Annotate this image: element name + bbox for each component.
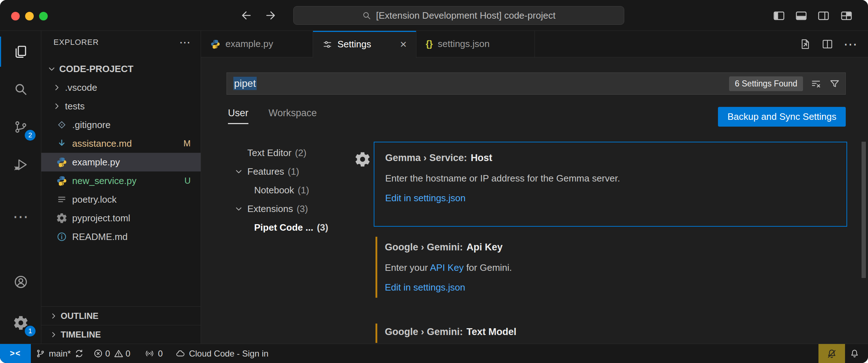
tree-label: assistance.md <box>72 138 132 149</box>
chevron-down-icon <box>234 167 243 176</box>
tree-file-gitignore[interactable]: .gitignore <box>41 116 201 134</box>
python-icon <box>210 39 220 49</box>
setting-google-gemini-text-model[interactable]: Google › Gemini:Text Model <box>374 323 847 344</box>
toc-count: (1) <box>298 185 309 196</box>
tree-label: example.py <box>72 157 120 168</box>
open-settings-json-icon[interactable] <box>799 38 811 50</box>
toc-pipet-code[interactable]: Pipet Code ... (3) <box>201 218 356 237</box>
chevron-right-icon <box>52 83 61 92</box>
remote-indicator[interactable]: >< <box>0 344 31 363</box>
filter-icon[interactable] <box>829 78 840 89</box>
tree-root-code-project[interactable]: CODE-PROJECT <box>41 60 201 78</box>
activity-account[interactable] <box>0 265 41 299</box>
scope-tab-workspace[interactable]: Workspace <box>269 108 317 123</box>
activity-search[interactable] <box>0 72 41 107</box>
clear-filters-icon[interactable] <box>810 78 822 89</box>
activity-run-debug[interactable] <box>0 147 41 182</box>
toc-notebook[interactable]: Notebook (1) <box>201 181 356 199</box>
status-right-group <box>818 344 868 363</box>
git-modified-badge: M <box>183 138 191 148</box>
more-actions-icon[interactable]: ⋯ <box>844 41 857 48</box>
setting-description: Enter your API Key for Gemini. <box>385 262 836 273</box>
toc-text-editor[interactable]: Text Editor (2) <box>201 143 356 162</box>
toggle-secondary-sidebar-button[interactable] <box>815 7 832 24</box>
tree-folder-vscode[interactable]: .vscode <box>41 78 201 97</box>
zoom-window-button[interactable] <box>39 12 48 20</box>
close-icon[interactable]: × <box>400 38 407 51</box>
close-window-button[interactable] <box>11 12 20 20</box>
navigate-back-button[interactable] <box>238 7 255 24</box>
tree-file-readme-md[interactable]: README.md <box>41 227 201 246</box>
tab-label: settings.json <box>438 38 490 50</box>
customize-layout-button[interactable] <box>838 7 855 24</box>
tree-folder-tests[interactable]: tests <box>41 97 201 116</box>
setting-category: Google › Gemini: <box>385 242 463 253</box>
edit-in-settings-json-link[interactable]: Edit in settings.json <box>385 193 836 204</box>
branch-status-item[interactable]: main* <box>31 344 89 363</box>
do-not-disturb-status-item[interactable] <box>818 344 845 363</box>
tree-label: README.md <box>72 231 128 242</box>
problems-status-item[interactable]: 0 0 <box>89 344 135 363</box>
toc-features[interactable]: Features (1) <box>201 162 356 181</box>
status-bar: >< main* 0 0 0 Cloud Code - Sign in <box>0 344 868 363</box>
toc-count: (2) <box>295 147 307 159</box>
search-controls: 6 Settings Found <box>729 76 845 91</box>
split-editor-icon[interactable] <box>821 38 834 50</box>
settings-badge: 1 <box>25 326 36 336</box>
activity-source-control[interactable]: 2 <box>0 110 41 144</box>
error-icon <box>93 349 103 358</box>
layout-customize-icon <box>840 9 853 22</box>
tree-file-pyproject-toml[interactable]: pyproject.toml <box>41 209 201 227</box>
api-key-link[interactable]: API Key <box>430 262 464 273</box>
sidebar-bottom-sections: OUTLINE TIMELINE <box>41 306 201 344</box>
error-count: 0 <box>105 349 110 359</box>
command-center-search[interactable]: [Extension Development Host] code-projec… <box>293 6 624 25</box>
branch-name: main* <box>49 349 71 359</box>
chevron-right-icon <box>49 330 58 339</box>
sync-icon <box>74 349 84 358</box>
toc-extensions[interactable]: Extensions (3) <box>201 199 356 218</box>
tree-file-assistance-md[interactable]: assistance.md M <box>41 134 201 153</box>
setting-actions-gear-icon[interactable] <box>355 151 370 167</box>
settings-search-input[interactable]: pipet 6 Settings Found <box>227 72 846 95</box>
tab-settings-json[interactable]: {} settings.json <box>416 31 535 57</box>
titlebar: [Extension Development Host] code-projec… <box>0 0 868 31</box>
tree-label: pyproject.toml <box>72 213 130 224</box>
tab-example-py[interactable]: example.py <box>201 31 313 57</box>
minimize-window-button[interactable] <box>25 12 34 20</box>
markdown-icon <box>56 138 67 149</box>
tree-label: new_service.py <box>72 175 136 187</box>
explorer-more-actions[interactable]: ⋯ <box>179 36 191 49</box>
ports-status-item[interactable]: 0 <box>140 344 167 363</box>
chevron-right-icon <box>52 102 61 111</box>
toggle-panel-button[interactable] <box>793 7 810 24</box>
tree-label: CODE-PROJECT <box>59 63 134 75</box>
toggle-primary-sidebar-button[interactable] <box>770 7 788 24</box>
tab-settings[interactable]: Settings × <box>313 31 416 58</box>
modified-indicator <box>375 324 377 343</box>
edit-in-settings-json-link[interactable]: Edit in settings.json <box>385 282 836 293</box>
outline-section-header[interactable]: OUTLINE <box>41 306 201 325</box>
activity-more[interactable]: ⋯ <box>0 199 41 234</box>
scope-tab-user[interactable]: User <box>228 108 248 124</box>
run-debug-icon <box>13 157 28 172</box>
ports-count: 0 <box>158 349 163 359</box>
notifications-status-item[interactable] <box>845 344 868 363</box>
tree-label: .vscode <box>65 82 97 93</box>
setting-google-gemini-api-key[interactable]: Google › Gemini:Api Key Enter your API K… <box>374 236 847 298</box>
tree-file-poetry-lock[interactable]: poetry.lock <box>41 190 201 209</box>
backup-sync-settings-button[interactable]: Backup and Sync Settings <box>718 107 846 127</box>
tree-file-new-service-py[interactable]: new_service.py U <box>41 171 201 190</box>
cloud-code-status-item[interactable]: Cloud Code - Sign in <box>171 344 273 363</box>
layout-panel-icon <box>795 9 808 22</box>
timeline-section-header[interactable]: TIMELINE <box>41 325 201 344</box>
section-label: TIMELINE <box>61 330 101 340</box>
scrollbar-thumb[interactable] <box>862 142 866 278</box>
navigate-forward-button[interactable] <box>262 7 279 24</box>
setting-gemma-service-host[interactable]: Gemma › Service:Host Enter the hostname … <box>374 142 847 227</box>
tree-file-example-py[interactable]: example.py <box>41 153 201 171</box>
activity-settings[interactable]: 1 <box>0 306 41 340</box>
activity-explorer[interactable] <box>0 34 41 69</box>
git-branch-icon <box>36 349 45 358</box>
settings-search-value: pipet <box>233 78 257 89</box>
